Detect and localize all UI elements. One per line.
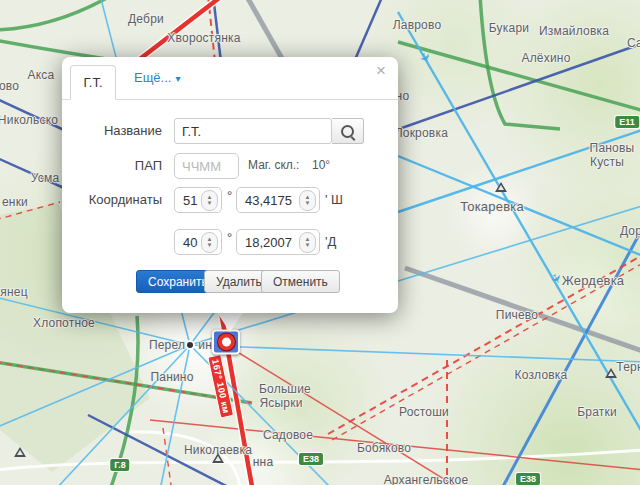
lat-minutes-value: 43,4175 — [237, 193, 299, 208]
lon-minutes-stepper[interactable]: 18,2007 ▲▼ — [236, 229, 320, 255]
map-label: енки — [2, 195, 28, 209]
coords-label: Координаты — [62, 192, 162, 207]
route-blue — [500, 218, 640, 485]
map-label: Са — [627, 36, 640, 50]
tab-more[interactable]: Ещё...▾ — [134, 70, 180, 85]
stepper-arrows-icon[interactable]: ▲▼ — [299, 232, 316, 253]
map-label: Токаревка — [460, 199, 524, 214]
route-darkblue — [354, 0, 383, 62]
route-cyan-ray — [190, 345, 640, 362]
tab-waypoint[interactable]: Г.Т. — [70, 65, 116, 100]
road-badge: Г.8 — [110, 459, 129, 471]
map-label: Перел — [149, 338, 185, 352]
map-label: Пичево — [496, 308, 538, 322]
lat-min-unit: ' Ш — [325, 192, 343, 207]
waypoint-ring-icon — [218, 334, 235, 351]
lon-degrees-stepper[interactable]: 40 ▲▼ — [174, 229, 222, 255]
map-label: Усма — [31, 171, 60, 185]
map-label: Дор — [620, 224, 640, 238]
map-label: Большие — [259, 382, 311, 396]
map-label: Ростоши — [399, 405, 449, 419]
map-label: ово — [0, 79, 19, 93]
obstacle-triangle-icon — [14, 447, 26, 457]
stepper-arrows-icon[interactable]: ▲▼ — [201, 190, 218, 211]
lon-minutes-value: 18,2007 — [237, 235, 299, 250]
settlement-dot — [187, 342, 193, 348]
map-label: Измайловка — [539, 24, 609, 38]
stepper-arrows-icon[interactable]: ▲▼ — [201, 232, 218, 253]
chevron-down-icon: ▾ — [175, 73, 180, 84]
route-gray — [246, 0, 284, 62]
map-label: Хлопотное — [33, 316, 95, 330]
map-label: Букари — [489, 21, 529, 35]
map-label: Братки — [577, 405, 617, 419]
map-label: Садовое — [263, 428, 313, 442]
lat-degrees-stepper[interactable]: 51 ▲▼ — [174, 187, 222, 213]
search-icon — [341, 125, 354, 138]
lon-min-unit: 'Д — [325, 234, 336, 249]
road-badge: Е11 — [615, 116, 639, 128]
map-label: Дебри — [128, 12, 164, 26]
waypoint-edit-dialog: × Г.Т. Ещё...▾ Название ПАП Маг. скл.: 1… — [62, 57, 398, 313]
lat-deg-unit: ° — [227, 188, 232, 203]
tab-more-label: Ещё... — [134, 70, 171, 85]
map-label: Терн — [616, 360, 640, 374]
dialog-callout-pointer — [216, 311, 244, 332]
map-label: Покровка — [394, 126, 448, 140]
map-label: Кусты — [590, 155, 624, 169]
mag-declination-label: Маг. скл.: — [248, 158, 299, 172]
lat-minutes-stepper[interactable]: 43,4175 ▲▼ — [236, 187, 320, 213]
road-badge: Е38 — [516, 473, 540, 485]
obstacle-triangle-icon — [605, 368, 617, 378]
route-green — [0, 0, 112, 30]
lat-degrees-value: 51 — [175, 193, 201, 208]
name-label: Название — [62, 123, 162, 138]
selected-waypoint-marker[interactable] — [212, 330, 240, 355]
map-label: Хворостянка — [167, 31, 240, 45]
obstacle-triangle-icon — [495, 182, 507, 192]
map-label: нна — [253, 455, 274, 469]
map-canvas[interactable]: 167° 100 км × Г.Т. Ещё...▾ Название ПАП … — [0, 0, 640, 485]
cancel-button[interactable]: Отменить — [261, 270, 340, 293]
lon-deg-unit: ° — [227, 230, 232, 245]
lon-degrees-value: 40 — [175, 235, 201, 250]
map-label: Акса — [28, 68, 55, 82]
map-label: Жердевка — [562, 273, 625, 288]
map-label: янец — [0, 285, 27, 299]
pap-label: ПАП — [62, 158, 162, 173]
map-label: Алёхино — [521, 51, 570, 65]
name-input[interactable] — [174, 118, 332, 144]
map-label: Лаврово — [393, 18, 442, 32]
map-label: Панино — [150, 370, 193, 384]
road-badge: Е38 — [299, 453, 323, 465]
map-label: Козловка — [515, 368, 568, 382]
map-label: Бобяково — [357, 441, 411, 455]
map-label: Архангельское — [384, 473, 469, 485]
search-button[interactable] — [332, 118, 364, 144]
map-label: Пановы — [590, 141, 635, 155]
obstacle-triangle-icon — [212, 453, 224, 463]
stepper-arrows-icon[interactable]: ▲▼ — [299, 190, 316, 211]
map-label: Ясырки — [259, 396, 302, 410]
map-label: Никольско — [0, 113, 58, 127]
pap-input[interactable] — [174, 153, 239, 179]
route-green — [398, 42, 640, 112]
mag-declination-value: 10° — [312, 158, 330, 172]
